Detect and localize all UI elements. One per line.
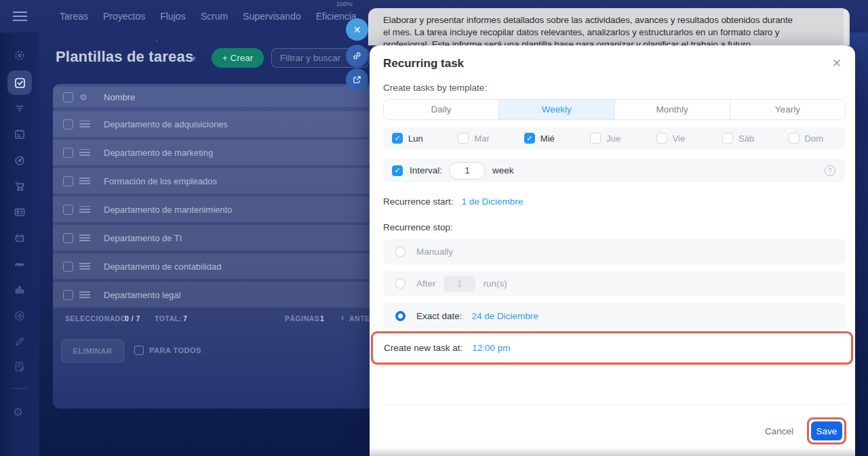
tab-weekly[interactable]: Weekly <box>498 100 614 119</box>
menu-icon[interactable] <box>13 12 27 21</box>
row-checkbox[interactable] <box>63 233 73 243</box>
day-checkbox[interactable] <box>722 133 733 144</box>
radio-after[interactable] <box>395 278 406 289</box>
day-lun[interactable]: ✓Lun <box>383 133 449 144</box>
day-vie[interactable]: Vie <box>648 133 713 144</box>
day-dom[interactable]: Dom <box>780 133 846 144</box>
pencil-icon[interactable] <box>14 335 26 348</box>
day-checkbox[interactable] <box>656 133 667 144</box>
planner-icon[interactable] <box>14 128 26 140</box>
column-header-name[interactable]: Nombre <box>104 92 135 102</box>
row-name: Formación de los empleados <box>104 176 217 186</box>
template-label: Create tasks by template: <box>383 83 487 93</box>
page-title: Plantillas de tareas <box>56 48 193 66</box>
pin-icon[interactable] <box>188 54 198 64</box>
delete-button[interactable]: ELIMINAR <box>61 339 124 362</box>
tab-yearly[interactable]: Yearly <box>730 100 845 119</box>
tab-monthly[interactable]: Monthly <box>614 100 730 119</box>
nav-scrum[interactable]: Scrum <box>201 11 228 22</box>
runs-suffix: run(s) <box>484 278 507 289</box>
close-task-button[interactable]: ✕ <box>346 18 368 41</box>
sidebar-divider <box>12 388 27 389</box>
selected-label: SELECCIONADO: <box>65 314 130 323</box>
drag-handle-icon[interactable] <box>79 234 90 241</box>
stop-option-after[interactable]: After run(s) <box>383 271 846 296</box>
link-icon <box>352 51 362 61</box>
settings-gear-icon[interactable]: ⚙ <box>13 405 23 419</box>
day-mie[interactable]: ✓Mié <box>515 133 581 144</box>
efficiency-value: 100% <box>336 0 353 7</box>
nav-supervisando[interactable]: Supervisando <box>243 11 301 22</box>
recurrence-start-date-link[interactable]: 1 de Diciembre <box>462 196 524 207</box>
help-icon[interactable]: ? <box>825 165 835 176</box>
modal-close-icon[interactable]: ✕ <box>832 56 842 70</box>
for-all-checkbox[interactable] <box>134 346 144 355</box>
row-checkbox[interactable] <box>63 176 73 186</box>
cart-icon[interactable] <box>14 180 26 192</box>
day-sab[interactable]: Sáb <box>713 133 779 144</box>
drag-handle-icon[interactable] <box>79 263 90 270</box>
interval-unit: week <box>492 165 514 175</box>
reports-chart-icon[interactable] <box>14 283 26 295</box>
row-checkbox[interactable] <box>63 205 73 215</box>
nav-proyectos[interactable]: Proyectos <box>103 11 145 22</box>
check-icon: ✓ <box>394 166 400 175</box>
scrollbar-track[interactable] <box>844 9 848 45</box>
document-edit-icon[interactable] <box>14 360 26 373</box>
exact-date-link[interactable]: 24 de Diciembre <box>472 311 538 321</box>
row-name: Departamento de marketing <box>104 148 213 158</box>
stop-option-manually[interactable]: Manually <box>383 239 846 264</box>
for-all-checkbox-row[interactable]: PARA TODOS <box>134 346 201 355</box>
create-at-time-link[interactable]: 12:00 pm <box>472 343 510 353</box>
contacts-icon[interactable] <box>14 206 26 218</box>
day-checkbox[interactable]: ✓ <box>524 133 535 144</box>
stop-option-exact-date[interactable]: Exact date: 24 de Diciembre <box>383 303 846 329</box>
app-screen: Tareas Proyectos Flujos Scrum Supervisan… <box>0 0 868 456</box>
nav-tareas[interactable]: Tareas <box>60 11 88 22</box>
row-checkbox[interactable] <box>63 290 73 300</box>
day-label: Lun <box>408 133 423 144</box>
sidebar-item-tasks[interactable] <box>7 70 32 95</box>
select-all-checkbox[interactable] <box>63 92 73 102</box>
day-label: Jue <box>606 133 620 144</box>
drag-handle-icon[interactable] <box>79 178 90 184</box>
network-icon[interactable] <box>14 49 26 62</box>
interval-checkbox[interactable]: ✓ <box>392 165 403 176</box>
day-checkbox[interactable] <box>789 133 800 144</box>
cancel-button[interactable]: Cancel <box>765 426 793 436</box>
bot-icon[interactable] <box>14 232 26 244</box>
radio-exact-date[interactable] <box>395 311 406 321</box>
column-settings-icon[interactable]: ⚙ <box>79 92 90 102</box>
create-button[interactable]: + Crear <box>212 48 264 68</box>
runs-input[interactable] <box>444 276 475 292</box>
open-in-new-button[interactable] <box>346 68 368 91</box>
drag-handle-icon[interactable] <box>79 206 90 213</box>
copy-link-button[interactable] <box>346 45 368 67</box>
day-checkbox[interactable]: ✓ <box>392 133 403 144</box>
save-button[interactable]: Save <box>811 421 842 440</box>
nav-flujos[interactable]: Flujos <box>160 11 185 22</box>
hexagon-icon[interactable] <box>14 310 26 322</box>
drag-handle-icon[interactable] <box>79 149 90 156</box>
signature-icon[interactable] <box>14 257 26 270</box>
day-label: Sáb <box>738 133 754 144</box>
drag-handle-icon[interactable] <box>79 121 90 127</box>
create-at-row-highlighted: Create new task at: 12:00 pm <box>371 331 853 365</box>
row-checkbox[interactable] <box>63 262 73 272</box>
row-checkbox[interactable] <box>63 148 73 158</box>
row-checkbox[interactable] <box>63 119 73 129</box>
pages-label: PÁGINAS <box>285 314 319 323</box>
day-jue[interactable]: Jue <box>581 133 647 144</box>
tab-daily[interactable]: Daily <box>384 100 498 119</box>
goals-icon[interactable] <box>14 154 26 167</box>
interval-input[interactable] <box>449 162 486 180</box>
previous-page-button[interactable]: ANTE <box>349 314 370 323</box>
chevron-left-icon[interactable]: ‹ <box>341 312 344 323</box>
drag-handle-icon[interactable] <box>79 291 90 298</box>
description-line: Elaborar y presentar informes detallados… <box>383 14 827 26</box>
radio-manually[interactable] <box>395 247 406 257</box>
day-checkbox[interactable] <box>590 133 601 144</box>
day-checkbox[interactable] <box>458 133 469 144</box>
day-mar[interactable]: Mar <box>449 133 515 144</box>
filter-icon[interactable] <box>14 102 26 115</box>
